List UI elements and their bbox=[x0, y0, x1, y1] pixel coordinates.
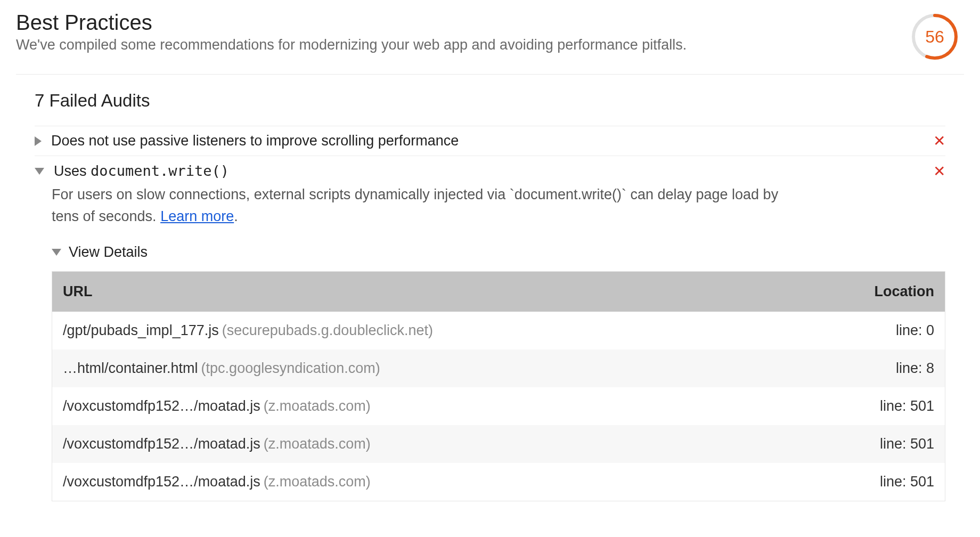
page-subtitle: We've compiled some recommendations for … bbox=[16, 37, 911, 53]
audits-section: 7 Failed Audits Does not use passive lis… bbox=[16, 75, 964, 524]
cell-url: /voxcustomdfp152…/moatad.js(z.moatads.co… bbox=[52, 463, 791, 501]
url-host: (tpc.googlesyndication.com) bbox=[201, 360, 380, 376]
audit-description: For users on slow connections, external … bbox=[52, 184, 781, 227]
score-value: 56 bbox=[911, 13, 959, 61]
chevron-down-icon bbox=[35, 168, 44, 175]
view-details-label: View Details bbox=[69, 244, 148, 261]
audit-item-passive-listeners: Does not use passive listeners to improv… bbox=[35, 126, 945, 156]
url-host: (z.moatads.com) bbox=[264, 474, 371, 490]
url-path: /voxcustomdfp152…/moatad.js bbox=[63, 474, 260, 490]
url-path: /voxcustomdfp152…/moatad.js bbox=[63, 436, 260, 452]
url-path: /gpt/pubads_impl_177.js bbox=[63, 322, 219, 338]
learn-more-link[interactable]: Learn more bbox=[160, 208, 234, 224]
score-gauge: 56 bbox=[911, 13, 959, 61]
url-host: (z.moatads.com) bbox=[264, 398, 371, 414]
cell-location: line: 8 bbox=[791, 349, 945, 387]
table-row: /voxcustomdfp152…/moatad.js(z.moatads.co… bbox=[52, 425, 945, 463]
header-row: Best Practices We've compiled some recom… bbox=[16, 11, 964, 75]
table-row: …html/container.html(tpc.googlesyndicati… bbox=[52, 349, 945, 387]
cell-url: /gpt/pubads_impl_177.js(securepubads.g.d… bbox=[52, 312, 791, 349]
details-table: URL Location /gpt/pubads_impl_177.js(sec… bbox=[52, 271, 945, 501]
audit-item-document-write: Uses document.write() ✕ For users on slo… bbox=[35, 156, 945, 508]
chevron-right-icon bbox=[35, 136, 42, 146]
cell-location: line: 0 bbox=[791, 312, 945, 349]
audit-desc-after: . bbox=[234, 208, 238, 224]
audit-list: Does not use passive listeners to improv… bbox=[35, 126, 945, 508]
table-row: /voxcustomdfp152…/moatad.js(z.moatads.co… bbox=[52, 387, 945, 425]
url-host: (z.moatads.com) bbox=[264, 436, 371, 452]
cell-location: line: 501 bbox=[791, 387, 945, 425]
cell-url: /voxcustomdfp152…/moatad.js(z.moatads.co… bbox=[52, 387, 791, 425]
cell-location: line: 501 bbox=[791, 425, 945, 463]
details-block: View Details URL Location /gpt/pubads_im… bbox=[52, 244, 945, 501]
header-text-block: Best Practices We've compiled some recom… bbox=[16, 11, 911, 53]
view-details-toggle[interactable]: View Details bbox=[52, 244, 945, 261]
audit-title: Uses document.write() bbox=[54, 162, 229, 180]
table-header-row: URL Location bbox=[52, 272, 945, 312]
fail-icon: ✕ bbox=[933, 132, 945, 150]
cell-url: /voxcustomdfp152…/moatad.js(z.moatads.co… bbox=[52, 425, 791, 463]
page-title: Best Practices bbox=[16, 11, 911, 35]
cell-url: …html/container.html(tpc.googlesyndicati… bbox=[52, 349, 791, 387]
url-path: …html/container.html bbox=[63, 360, 198, 376]
fail-icon: ✕ bbox=[933, 162, 945, 180]
url-path: /voxcustomdfp152…/moatad.js bbox=[63, 398, 260, 414]
audit-title: Does not use passive listeners to improv… bbox=[51, 133, 459, 149]
audit-title-prefix: Uses bbox=[54, 163, 91, 179]
audit-row[interactable]: Does not use passive listeners to improv… bbox=[35, 133, 945, 149]
col-url: URL bbox=[52, 272, 791, 312]
cell-location: line: 501 bbox=[791, 463, 945, 501]
failed-audits-heading: 7 Failed Audits bbox=[35, 91, 945, 111]
chevron-down-icon bbox=[52, 249, 61, 256]
table-row: /voxcustomdfp152…/moatad.js(z.moatads.co… bbox=[52, 463, 945, 501]
audit-title-code: document.write() bbox=[91, 162, 229, 179]
url-host: (securepubads.g.doubleclick.net) bbox=[222, 322, 433, 338]
col-location: Location bbox=[791, 272, 945, 312]
table-row: /gpt/pubads_impl_177.js(securepubads.g.d… bbox=[52, 312, 945, 349]
audit-row[interactable]: Uses document.write() ✕ bbox=[35, 162, 945, 180]
